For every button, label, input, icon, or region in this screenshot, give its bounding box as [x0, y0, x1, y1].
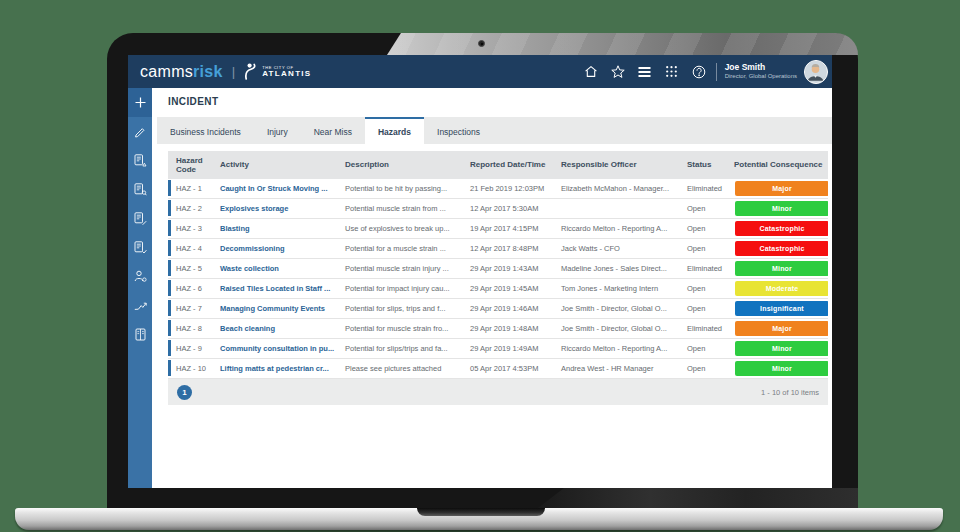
description: Potential muscle strain from ...: [337, 204, 462, 213]
status: Open: [679, 304, 726, 313]
reported-date: 29 Apr 2019 1:49AM: [462, 344, 553, 353]
reported-date: 29 Apr 2019 1:48AM: [462, 324, 553, 333]
sidebar-item-document-search[interactable]: [128, 175, 152, 204]
reported-date: 21 Feb 2019 12:03PM: [462, 184, 553, 193]
sidebar-item-report-book[interactable]: [128, 320, 152, 349]
consequence-cell: Major: [726, 181, 828, 196]
bezel-glare: [387, 33, 858, 55]
cammsrisk-logo[interactable]: cammsrisk: [140, 63, 223, 81]
table-row[interactable]: HAZ - 2 Explosives storage Potential mus…: [168, 199, 828, 219]
bezel-glare-bottom: [538, 488, 858, 508]
tab-injury[interactable]: Injury: [254, 117, 301, 144]
table-row[interactable]: HAZ - 4 Decommissioning Potential for a …: [168, 239, 828, 259]
column-header-hazard-code: Hazard Code: [168, 156, 212, 174]
activity-link[interactable]: Decommissioning: [212, 244, 337, 253]
tab-hazards[interactable]: Hazards: [365, 117, 424, 144]
tab-bar: Business Incidents Injury Near Miss Haza…: [157, 117, 832, 144]
hazard-code: HAZ - 3: [168, 224, 212, 233]
hazard-code: HAZ - 4: [168, 244, 212, 253]
webcam-icon: [478, 40, 485, 47]
reported-date: 05 Apr 2017 4:53PM: [462, 364, 553, 373]
sidebar-item-edit[interactable]: [128, 117, 152, 146]
consequence-cell: Catastrophic: [726, 221, 828, 236]
activity-link[interactable]: Lifting matts at pedestrian cr...: [212, 364, 337, 373]
consequence-cell: Insignificant: [726, 301, 828, 316]
table-row[interactable]: HAZ - 7 Managing Community Events Potent…: [168, 299, 828, 319]
sidebar-item-trend[interactable]: [128, 291, 152, 320]
table-row[interactable]: HAZ - 1 Caught In Or Struck Moving ... P…: [168, 179, 828, 199]
activity-link[interactable]: Waste collection: [212, 264, 337, 273]
description: Potential for slips, trips and f...: [337, 304, 462, 313]
avatar[interactable]: [804, 60, 828, 84]
laptop-base: [15, 508, 943, 530]
help-icon[interactable]: [692, 65, 706, 79]
scene: cammsrisk | THE CITY OF ATLANTIS: [0, 0, 960, 532]
column-header-status: Status: [679, 160, 726, 169]
hazard-code: HAZ - 10: [168, 364, 212, 373]
app-header: cammsrisk | THE CITY OF ATLANTIS: [128, 55, 832, 88]
page-title: INCIDENT: [168, 96, 832, 107]
activity-link[interactable]: Managing Community Events: [212, 304, 337, 313]
consequence-cell: Minor: [726, 201, 828, 216]
sidebar-item-document-check[interactable]: [128, 233, 152, 262]
sidebar-item-user-settings[interactable]: [128, 262, 152, 291]
table-row[interactable]: HAZ - 3 Blasting Use of explosives to br…: [168, 219, 828, 239]
document-edit-icon: [134, 212, 147, 225]
sidebar-item-add[interactable]: [128, 88, 152, 117]
consequence-badge: Insignificant: [735, 301, 828, 316]
column-header-activity: Activity: [212, 160, 337, 169]
table-row[interactable]: HAZ - 10 Lifting matts at pedestrian cr.…: [168, 359, 828, 379]
description: Potential to be hit by passing...: [337, 184, 462, 193]
responsible-officer: Joe Smith - Director, Global O...: [553, 304, 679, 313]
app-grid-icon[interactable]: [665, 65, 679, 79]
user-name: Joe Smith: [725, 62, 797, 73]
user-info[interactable]: Joe Smith Director, Global Operations: [725, 62, 797, 80]
activity-link[interactable]: Community consultation in pu...: [212, 344, 337, 353]
sidebar-item-incident-document[interactable]: [128, 146, 152, 175]
column-header-officer: Responsible Officer: [553, 160, 679, 169]
favorites-star-icon[interactable]: [611, 65, 625, 79]
responsible-officer: Tom Jones - Marketing Intern: [553, 284, 679, 293]
column-header-description: Description: [337, 160, 462, 169]
responsible-officer: Jack Watts - CFO: [553, 244, 679, 253]
description: Potential for muscle strain fro...: [337, 324, 462, 333]
column-header-consequence: Potential Consequence: [726, 160, 828, 169]
activity-link[interactable]: Explosives storage: [212, 204, 337, 213]
logo-divider: |: [232, 64, 235, 79]
sidebar-item-document-edit[interactable]: [128, 204, 152, 233]
table-header: Hazard Code Activity Description Reporte…: [168, 151, 828, 179]
home-icon[interactable]: [584, 65, 598, 79]
consequence-badge: Major: [735, 181, 828, 196]
reported-date: 12 Apr 2017 5:30AM: [462, 204, 553, 213]
tab-inspections[interactable]: Inspections: [424, 117, 493, 144]
activity-link[interactable]: Beach cleaning: [212, 324, 337, 333]
tab-business-incidents[interactable]: Business Incidents: [157, 117, 254, 144]
responsible-officer: Riccardo Melton - Reporting A...: [553, 344, 679, 353]
tab-near-miss[interactable]: Near Miss: [301, 117, 365, 144]
laptop-frame: cammsrisk | THE CITY OF ATLANTIS: [107, 33, 858, 508]
activity-link[interactable]: Blasting: [212, 224, 337, 233]
responsible-officer: Elizabeth McMahon - Manager...: [553, 184, 679, 193]
reported-date: 29 Apr 2019 1:43AM: [462, 264, 553, 273]
hazard-code: HAZ - 1: [168, 184, 212, 193]
status: Open: [679, 244, 726, 253]
table-row[interactable]: HAZ - 9 Community consultation in pu... …: [168, 339, 828, 359]
table-footer: 1 1 - 10 of 10 items: [168, 379, 828, 405]
consequence-badge: Catastrophic: [735, 221, 828, 236]
responsible-officer: Joe Smith - Director, Global O...: [553, 324, 679, 333]
consequence-cell: Minor: [726, 341, 828, 356]
page-1-button[interactable]: 1: [177, 385, 192, 400]
consequence-badge: Minor: [735, 201, 828, 216]
activity-link[interactable]: Caught In Or Struck Moving ...: [212, 184, 337, 193]
table-row[interactable]: HAZ - 6 Raised Tiles Located in Staff ..…: [168, 279, 828, 299]
screen: cammsrisk | THE CITY OF ATLANTIS: [128, 55, 832, 488]
atlantis-icon: [244, 63, 258, 80]
menu-icon[interactable]: [638, 65, 652, 79]
atlantis-logo: THE CITY OF ATLANTIS: [244, 63, 311, 80]
activity-link[interactable]: Raised Tiles Located in Staff ...: [212, 284, 337, 293]
table-row[interactable]: HAZ - 5 Waste collection Potential muscl…: [168, 259, 828, 279]
table-row[interactable]: HAZ - 8 Beach cleaning Potential for mus…: [168, 319, 828, 339]
status: Open: [679, 204, 726, 213]
reported-date: 12 Apr 2017 8:48PM: [462, 244, 553, 253]
logo-camms: camms: [140, 63, 193, 81]
